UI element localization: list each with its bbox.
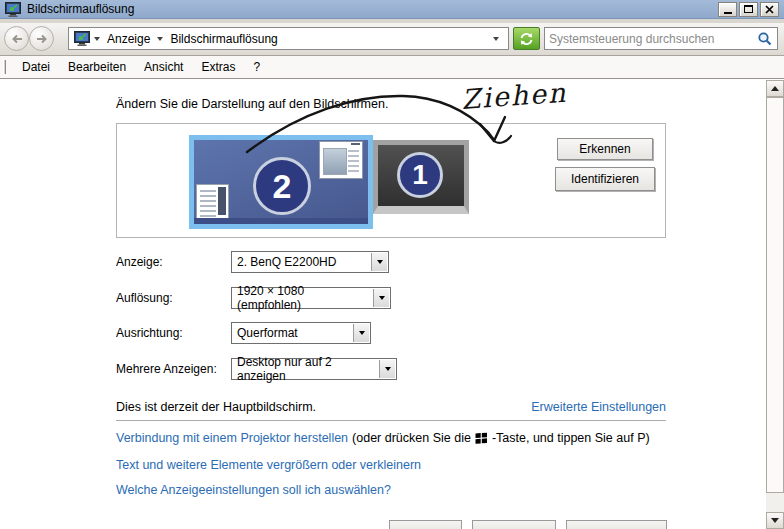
monitor-1[interactable]: 1 [373,140,469,214]
title-bar: Bildschirmauflösung [0,0,784,19]
triangle-up-icon [771,86,779,91]
chevron-down-icon [359,331,365,335]
orientation-select-value: Querformat [237,326,298,340]
desktop-dialog-thumbnail [196,184,229,222]
resolution-label: Auflösung: [116,291,231,305]
chevron-down-icon[interactable] [94,37,100,41]
menu-item-extras[interactable]: Extras [192,57,244,77]
combo-dropdown-button[interactable] [379,360,395,378]
breadcrumb-item-anzeige[interactable]: Anzeige [107,32,150,46]
back-arrow-icon [9,31,25,47]
triangle-down-icon [771,518,779,523]
projector-hint-suffix: -Taste, und tippen Sie auf P) [492,431,650,445]
refresh-icon [518,31,535,47]
dialog-button-stub[interactable] [389,520,462,529]
forward-arrow-icon [34,31,50,47]
menu-item-ansicht[interactable]: Ansicht [135,57,192,77]
scroll-up-button[interactable] [766,80,784,97]
resolution-select[interactable]: 1920 × 1080 (empfohlen) [231,287,391,309]
display-help-link[interactable]: Welche Anzeigeeinstellungen soll ich aus… [116,483,391,497]
projector-hint-prefix: (oder drücken Sie die [352,431,471,445]
monitor-arrangement-panel: 2 1 Erkennen Identifizieren [116,123,666,238]
close-button[interactable] [760,2,779,17]
connect-projector-link[interactable]: Verbindung mit einem Projektor herstelle… [116,431,348,445]
toolbar-gripper [3,60,6,74]
refresh-button[interactable] [513,27,540,50]
detect-button[interactable]: Erkennen [557,138,653,160]
minimize-button[interactable] [718,2,737,17]
section-divider [116,420,666,421]
menu-item-datei[interactable]: Datei [13,57,59,77]
chevron-down-icon [377,260,383,264]
vertical-scrollbar[interactable] [766,80,784,529]
dpi-scaling-link[interactable]: Text und weitere Elemente vergrößern ode… [116,458,421,472]
search-input[interactable] [549,32,757,46]
display-select-value: 2. BenQ E2200HD [237,255,336,269]
chevron-down-icon [379,296,385,300]
multiple-displays-label: Mehrere Anzeigen: [116,362,231,376]
windows-key-icon [475,432,488,445]
back-button[interactable] [4,26,29,51]
combo-dropdown-button[interactable] [373,289,389,307]
monitor-number-badge: 1 [397,152,443,198]
menu-item-bearbeiten[interactable]: Bearbeiten [59,57,135,77]
monitor-2-taskbar [194,218,368,224]
maximize-button[interactable] [739,2,758,17]
advanced-settings-link[interactable]: Erweiterte Einstellungen [531,400,666,414]
screen-resolution-window: Bildschirmauflösung [0,0,784,529]
combo-dropdown-button[interactable] [353,324,369,342]
resolution-select-value: 1920 × 1080 (empfohlen) [237,284,370,312]
forward-button[interactable] [29,26,54,51]
monitor-2-number: 2 [273,167,292,206]
scrollbar-thumb[interactable] [766,97,784,493]
orientation-select[interactable]: Querformat [231,322,371,344]
scroll-down-button[interactable] [766,512,784,529]
identify-button[interactable]: Identifizieren [555,167,655,191]
maximize-icon [744,5,753,13]
search-icon[interactable] [757,31,773,47]
dialog-button-stub[interactable] [472,520,556,529]
display-icon [5,2,21,17]
multiple-displays-select-value: Desktop nur auf 2 anzeigen [237,355,376,383]
address-history-dropdown-icon[interactable] [493,37,499,41]
combo-dropdown-button[interactable] [371,253,387,271]
window-title: Bildschirmauflösung [27,2,134,16]
display-select[interactable]: 2. BenQ E2200HD [231,251,389,273]
monitor-1-number: 1 [412,159,428,191]
minimize-icon [724,12,732,14]
monitor-number-badge: 2 [253,157,311,215]
display-icon [74,31,90,46]
multiple-displays-select[interactable]: Desktop nur auf 2 anzeigen [231,358,397,380]
dialog-button-stub[interactable] [566,520,667,529]
desktop-window-thumbnail [319,141,363,179]
monitor-2-selected[interactable]: 2 [189,135,373,229]
settings-page: Ändern Sie die Darstellung auf den Bilds… [0,80,766,529]
chevron-down-icon [385,367,391,371]
close-icon [765,5,774,14]
chevron-down-icon[interactable] [157,37,163,41]
menu-bar: Datei Bearbeiten Ansicht Extras ? [0,56,784,79]
address-bar[interactable]: Anzeige Bildschirmauflösung [68,27,509,50]
navigation-bar: Anzeige Bildschirmauflösung [0,23,784,56]
primary-display-note: Dies ist derzeit der Hauptbildschirm. [116,400,316,414]
menu-item-help[interactable]: ? [244,57,269,77]
page-heading: Ändern Sie die Darstellung auf den Bilds… [116,97,388,111]
breadcrumb-item-bildschirmaufloesung[interactable]: Bildschirmauflösung [170,32,277,46]
display-label: Anzeige: [116,255,231,269]
search-box[interactable] [544,27,778,50]
orientation-label: Ausrichtung: [116,326,231,340]
